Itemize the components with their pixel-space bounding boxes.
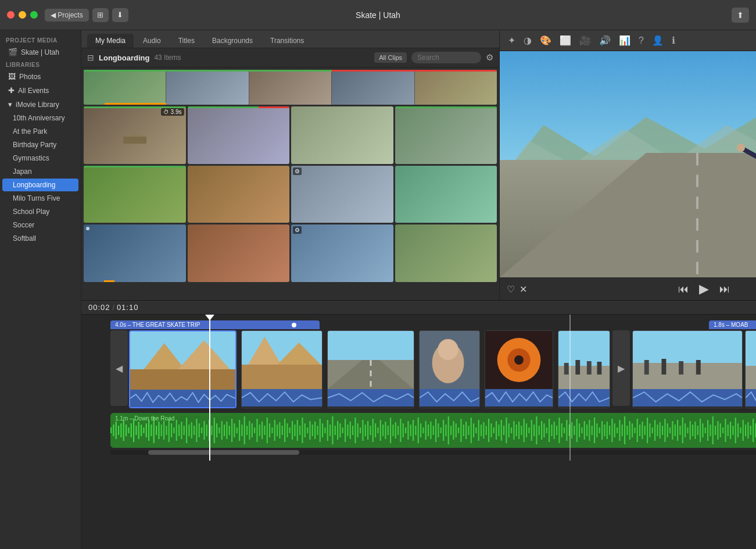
play-pause-button[interactable]: ▶ xyxy=(699,281,709,297)
svg-rect-232 xyxy=(506,418,507,443)
sidebar-item-milo-turns-five[interactable]: Milo Turns Five xyxy=(2,192,78,205)
help-tool[interactable]: ? xyxy=(637,34,645,47)
projects-button[interactable]: ◀ Projects xyxy=(45,9,89,22)
skip-forward-button[interactable]: ⏭ xyxy=(719,283,730,295)
media-thumb-2[interactable] xyxy=(188,106,290,164)
download-button[interactable]: ⬇ xyxy=(112,8,128,22)
close-button[interactable] xyxy=(7,11,15,19)
svg-rect-318 xyxy=(722,427,723,433)
svg-rect-310 xyxy=(702,423,703,437)
svg-rect-263 xyxy=(584,421,585,440)
sidebar-item-school-play[interactable]: School Play xyxy=(2,205,78,218)
sidebar-item-at-the-park[interactable]: At the Park xyxy=(2,125,78,138)
sidebar-item-birthday-party[interactable]: Birthday Party xyxy=(2,138,78,151)
svg-rect-279 xyxy=(624,416,625,444)
sidebar-item-longboarding[interactable]: Longboarding xyxy=(2,179,78,191)
project-media-label: PROJECT MEDIA xyxy=(0,35,81,45)
video-clip-5[interactable] xyxy=(485,330,553,408)
svg-rect-289 xyxy=(649,423,650,437)
svg-rect-290 xyxy=(652,427,653,433)
person-tool[interactable]: 👤 xyxy=(651,34,665,47)
tab-audio[interactable]: Audio xyxy=(135,34,169,48)
media-thumb-7[interactable]: ⚙ xyxy=(291,166,393,223)
clip-filter-dropdown[interactable]: All Clips xyxy=(374,52,407,63)
video-clip-6[interactable] xyxy=(558,330,610,408)
color-tool[interactable]: 🎨 xyxy=(539,34,553,47)
timeline-scrollbar[interactable] xyxy=(110,450,756,455)
search-input[interactable] xyxy=(411,52,481,63)
svg-rect-113 xyxy=(269,423,270,437)
tab-backgrounds[interactable]: Backgrounds xyxy=(204,34,261,48)
media-thumb-10[interactable] xyxy=(188,224,290,282)
sidebar-item-soccer[interactable]: Soccer xyxy=(2,219,78,231)
video-clip-1[interactable] xyxy=(129,330,237,408)
tab-titles[interactable]: Titles xyxy=(170,34,203,48)
maximize-button[interactable] xyxy=(30,11,38,19)
title-clip-2[interactable]: 1.8s – MOAB xyxy=(709,320,756,329)
crop-tool[interactable]: ⬜ xyxy=(558,34,572,47)
media-thumb-12[interactable] xyxy=(395,224,497,282)
svg-rect-326 xyxy=(743,420,744,441)
minimize-button[interactable] xyxy=(19,11,26,19)
tab-my-media[interactable]: My Media xyxy=(87,34,134,48)
svg-rect-81 xyxy=(188,425,189,436)
video-clip-3[interactable] xyxy=(327,330,414,408)
svg-rect-133 xyxy=(320,419,321,442)
svg-rect-52 xyxy=(116,422,117,439)
sidebar-item-all-events[interactable]: ✚ All Events xyxy=(2,84,78,97)
title-clip-1[interactable]: 4.0s – THE GREAT SKATE TRIP xyxy=(110,320,320,329)
magic-wand-tool[interactable]: ✦ xyxy=(507,34,517,47)
media-thumb-5[interactable] xyxy=(84,166,186,223)
media-thumb-3[interactable] xyxy=(291,106,393,164)
sidebar-item-10th-anniversary[interactable]: 10th Anniversary xyxy=(2,112,78,124)
media-thumb-8[interactable] xyxy=(395,166,497,223)
sidebar-item-gymnastics[interactable]: Gymnastics xyxy=(2,152,78,165)
info-tool[interactable]: ℹ xyxy=(671,34,676,47)
sidebar-item-softball[interactable]: Softball xyxy=(2,232,78,245)
film-icon: 🎬 xyxy=(8,48,17,56)
svg-rect-284 xyxy=(637,419,638,442)
tab-transitions[interactable]: Transitions xyxy=(262,34,312,48)
audio-waveform xyxy=(110,413,756,448)
svg-rect-51 xyxy=(113,425,114,436)
skip-back-button[interactable]: ⏮ xyxy=(678,283,689,295)
grid-toggle-icon[interactable]: ⊟ xyxy=(87,53,94,62)
video-clip-2[interactable] xyxy=(241,330,323,408)
media-thumb-9[interactable] xyxy=(84,224,186,282)
media-thumb-4[interactable] xyxy=(395,106,497,164)
svg-rect-85 xyxy=(199,423,200,437)
svg-rect-69 xyxy=(158,422,159,439)
color-balance-tool[interactable]: ◑ xyxy=(522,34,533,47)
media-thumb-row1[interactable] xyxy=(84,70,497,105)
grid-view-button[interactable]: ⊞ xyxy=(92,8,109,22)
media-thumb-6[interactable] xyxy=(188,166,290,223)
favorite-button[interactable]: ♡ xyxy=(507,284,515,295)
timeline-content[interactable]: 4.0s – THE GREAT SKATE TRIP 1.8s – MOAB xyxy=(81,315,756,549)
svg-rect-98 xyxy=(231,419,232,442)
track-left-arrow[interactable]: ◀ xyxy=(110,330,128,406)
svg-rect-244 xyxy=(536,416,537,444)
settings-gear-button[interactable]: ⚙ xyxy=(486,52,493,63)
export-button[interactable]: ⬆ xyxy=(732,8,749,23)
video-clip-8[interactable] xyxy=(745,330,756,408)
svg-rect-126 xyxy=(302,418,303,443)
track-right-arrow[interactable]: ▶ xyxy=(612,330,630,406)
svg-rect-75 xyxy=(173,427,174,433)
volume-tool[interactable]: 🔊 xyxy=(598,34,612,47)
media-thumb-1[interactable]: ⏱ 3.9s xyxy=(84,106,186,164)
sidebar-item-project[interactable]: 🎬 Skate | Utah xyxy=(2,45,78,59)
svg-rect-128 xyxy=(307,427,308,433)
media-thumb-11[interactable]: ⚙ xyxy=(291,224,393,282)
sidebar-item-photos[interactable]: 🖼 Photos xyxy=(2,70,78,83)
camera-tool[interactable]: 🎥 xyxy=(578,34,592,47)
reject-button[interactable]: ✕ xyxy=(519,284,527,295)
sidebar-item-imovie-library[interactable]: ▾ iMovie Library xyxy=(2,98,78,111)
chart-tool[interactable]: 📊 xyxy=(618,34,632,47)
svg-rect-88 xyxy=(206,425,207,436)
svg-rect-19 xyxy=(130,369,235,390)
svg-rect-42 xyxy=(633,363,742,389)
video-clip-4[interactable] xyxy=(419,330,480,408)
sidebar-item-japan[interactable]: Japan xyxy=(2,165,78,178)
svg-rect-328 xyxy=(747,422,748,439)
video-clip-7[interactable] xyxy=(632,330,743,408)
